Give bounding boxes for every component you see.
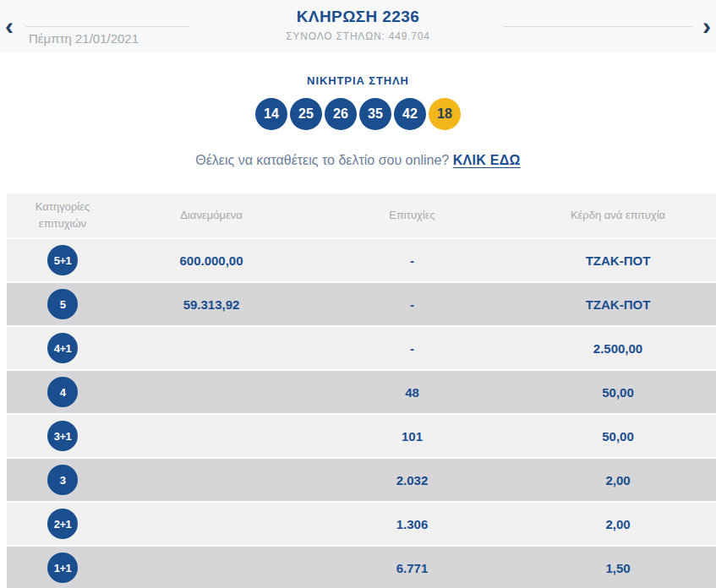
cta-line: Θέλεις να καταθέτεις το δελτίο σου onlin… — [0, 153, 716, 168]
category-cell: 4+1 — [7, 333, 118, 363]
header-divider-right — [503, 26, 692, 27]
table-row: 5+1 600.000,00 - ΤΖΑΚ-ΠΟΤ — [7, 239, 716, 283]
prize-cell: ΤΖΑΚ-ΠΟΤ — [520, 297, 716, 312]
category-cell: 1+1 — [7, 553, 118, 583]
prize-cell: 2,00 — [520, 517, 716, 531]
category-badge: 5+1 — [47, 245, 78, 275]
category-badge: 5 — [47, 289, 78, 319]
draw-header: ‹ Πέμπτη 21/01/2021 ΚΛΗΡΩΣΗ 2236 ΣΥΝΟΛΟ … — [0, 0, 716, 52]
winning-number-ball: 18 — [429, 98, 461, 130]
winning-number-ball: 14 — [255, 98, 287, 130]
header-prize: Κέρδη ανά επιτυχία — [520, 207, 716, 224]
winners-cell: 101 — [304, 429, 520, 444]
total-columns-label: ΣΥΝΟΛΟ ΣΤΗΛΩΝ: 449.704 — [0, 30, 716, 42]
category-cell: 4 — [7, 377, 118, 407]
distributed-cell: 59.313,92 — [118, 297, 304, 312]
winning-column-label: ΝΙΚΗΤΡΙΑ ΣΤΗΛΗ — [0, 74, 716, 87]
winning-number-ball: 35 — [359, 98, 391, 130]
category-badge: 1+1 — [47, 553, 78, 583]
winners-cell: 1.306 — [304, 517, 520, 531]
category-label: 2+1 — [54, 518, 72, 531]
winners-cell: - — [304, 253, 520, 268]
winning-number-value: 35 — [368, 106, 383, 122]
category-label: 5 — [60, 298, 66, 311]
chevron-right-icon[interactable]: › — [702, 15, 711, 37]
prize-cell: 50,00 — [520, 385, 716, 400]
category-label: 4 — [60, 386, 66, 399]
cta-text: Θέλεις να καταθέτεις το δελτίο σου onlin… — [195, 153, 449, 167]
category-cell: 3 — [7, 465, 118, 495]
table-row: 1+1 6.771 1,50 — [7, 547, 716, 588]
category-cell: 2+1 — [7, 509, 118, 539]
prize-cell: ΤΖΑΚ-ΠΟΤ — [520, 253, 716, 268]
winning-number-value: 26 — [333, 106, 348, 122]
header-categories: Κατηγορίες επιτυχιών — [7, 199, 118, 232]
table-row: 3+1 101 50,00 — [7, 415, 716, 459]
table-row: 2+1 1.306 2,00 — [7, 503, 716, 547]
prize-cell: 1,50 — [520, 561, 716, 575]
category-badge: 3+1 — [47, 421, 78, 451]
table-row: 5 59.313,92 - ΤΖΑΚ-ΠΟΤ — [7, 283, 716, 327]
category-badge: 4+1 — [47, 333, 78, 363]
category-label: 4+1 — [54, 342, 72, 355]
category-badge: 4 — [47, 377, 78, 407]
prize-cell: 2.500,00 — [520, 341, 716, 356]
winning-number-ball: 26 — [325, 98, 357, 130]
prize-cell: 2,00 — [520, 473, 716, 487]
winning-number-value: 25 — [298, 106, 314, 122]
category-badge: 2+1 — [47, 509, 78, 539]
draw-title: ΚΛΗΡΩΣΗ 2236 — [0, 8, 716, 26]
category-cell: 5+1 — [7, 245, 118, 275]
winners-cell: 48 — [304, 385, 520, 400]
winning-numbers: 14 25 26 35 42 18 — [0, 98, 716, 130]
table-row: 4 48 50,00 — [7, 371, 716, 415]
category-cell: 5 — [7, 289, 118, 319]
winning-number-value: 14 — [264, 106, 279, 122]
header-winners: Επιτυχίες — [304, 207, 520, 224]
winning-number-ball: 42 — [394, 98, 426, 130]
results-table-body: 5+1 600.000,00 - ΤΖΑΚ-ΠΟΤ 5 59.313,92 - … — [7, 239, 716, 588]
category-cell: 3+1 — [7, 421, 118, 451]
winners-cell: 6.771 — [304, 561, 520, 575]
distributed-cell: 600.000,00 — [118, 253, 304, 268]
prize-cell: 50,00 — [520, 429, 716, 444]
header-distributed: Διανεμόμενα — [118, 207, 304, 224]
winners-cell: - — [304, 297, 520, 312]
winning-number-value: 18 — [437, 106, 452, 122]
winners-cell: 2.032 — [304, 473, 520, 487]
category-label: 3 — [60, 474, 66, 487]
winners-cell: - — [304, 341, 520, 356]
winning-number-ball: 25 — [290, 98, 322, 130]
results-table-header: Κατηγορίες επιτυχιών Διανεμόμενα Επιτυχί… — [7, 193, 716, 239]
winning-number-value: 42 — [402, 106, 418, 122]
cta-link[interactable]: ΚΛΙΚ ΕΔΩ — [453, 153, 521, 167]
results-table: Κατηγορίες επιτυχιών Διανεμόμενα Επιτυχί… — [7, 193, 716, 588]
category-label: 5+1 — [54, 254, 72, 267]
table-row: 3 2.032 2,00 — [7, 459, 716, 503]
category-badge: 3 — [47, 465, 78, 495]
table-row: 4+1 - 2.500,00 — [7, 327, 716, 371]
category-label: 1+1 — [54, 562, 72, 574]
category-label: 3+1 — [54, 430, 72, 443]
